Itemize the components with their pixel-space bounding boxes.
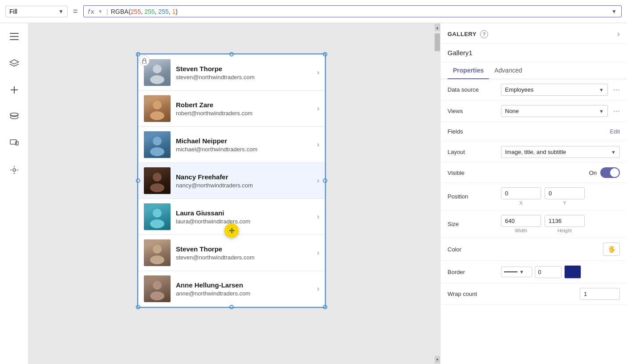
views-more[interactable]: ··· [613, 106, 620, 116]
color-label: Color [448, 246, 501, 253]
gallery-item[interactable]: Steven Thorpe steven@northwindtraders.co… [138, 235, 325, 271]
datasource-label: Data source [448, 86, 501, 93]
svg-point-28 [150, 291, 164, 300]
canvas-area[interactable]: ✛ Steven Thorpe steven@northwindtraders.… [28, 23, 435, 364]
item-chevron-7: › [317, 285, 319, 293]
gallery-item-selected[interactable]: Nancy Freehafer nancy@northwindtraders.c… [138, 163, 325, 199]
item-chevron-5: › [317, 213, 319, 221]
item-name-1: Steven Thorpe [176, 65, 312, 73]
border-value: ▼ [501, 265, 620, 279]
border-line-preview [504, 271, 517, 272]
panel-back-button[interactable]: › [617, 29, 620, 39]
wrapcount-input[interactable] [580, 288, 620, 300]
position-y-input[interactable] [545, 187, 585, 199]
item-name-7: Anne Hellung-Larsen [176, 281, 312, 289]
svg-point-15 [153, 65, 162, 73]
svg-marker-3 [10, 60, 19, 64]
item-email-3: michael@northwindtraders.com [176, 146, 312, 153]
size-width-label: Width [501, 228, 541, 233]
datasource-chevron: ▼ [599, 87, 604, 93]
sidebar-layers-icon[interactable] [6, 55, 22, 71]
sidebar-screen-icon[interactable] [6, 135, 22, 151]
item-info-6: Steven Thorpe steven@northwindtraders.co… [176, 245, 312, 261]
visible-toggle[interactable] [600, 167, 620, 178]
avatar-2 [144, 95, 171, 122]
position-x-input[interactable] [501, 187, 541, 199]
size-height-input[interactable] [545, 215, 585, 227]
color-swatch-container: 🖐 [603, 243, 620, 256]
gallery-item[interactable]: Michael Neipper michael@northwindtraders… [138, 127, 325, 163]
item-email-5: laura@northwindtraders.com [176, 218, 312, 225]
canvas-scrollbar[interactable]: ▲ ▼ [435, 23, 440, 364]
gallery-item[interactable]: Anne Hellung-Larsen anne@northwindtrader… [138, 271, 325, 307]
left-sidebar [0, 23, 28, 364]
size-height-label: Height [545, 228, 585, 233]
position-x-label: X [501, 200, 541, 206]
scroll-track[interactable] [435, 31, 440, 356]
datasource-selected: Employees [505, 86, 597, 93]
border-width-input[interactable] [535, 266, 562, 278]
item-info-1: Steven Thorpe steven@northwindtraders.co… [176, 65, 312, 81]
scroll-down-arrow[interactable]: ▼ [435, 356, 440, 363]
handle-top-right[interactable] [323, 52, 327, 57]
sidebar-add-icon[interactable] [6, 82, 22, 98]
svg-point-27 [153, 281, 162, 290]
handle-top-mid[interactable] [229, 52, 234, 57]
handle-mid-left[interactable] [136, 178, 140, 183]
svg-rect-1 [10, 36, 19, 37]
scroll-up-arrow[interactable]: ▲ [435, 24, 440, 31]
handle-bot-left[interactable] [136, 305, 140, 309]
prop-row-datasource: Data source Employees ▼ ··· [440, 79, 627, 101]
item-info-3: Michael Neipper michael@northwindtraders… [176, 137, 312, 153]
fill-dropdown[interactable]: Fill ▼ [5, 6, 68, 17]
datasource-dropdown[interactable]: Employees ▼ [501, 84, 608, 96]
svg-point-6 [10, 113, 18, 116]
prop-row-border: Border ▼ [440, 261, 627, 283]
sidebar-database-icon[interactable] [6, 109, 22, 125]
border-style-dropdown[interactable]: ▼ [501, 267, 532, 277]
size-width-input[interactable] [501, 215, 541, 227]
handle-bot-right[interactable] [323, 305, 327, 309]
item-info-2: Robert Zare robert@northwindtraders.com [176, 101, 312, 117]
position-y-label: Y [545, 200, 585, 206]
rgba-g: 255 [144, 8, 155, 15]
border-color-swatch[interactable] [564, 265, 581, 279]
sidebar-tools-icon[interactable] [6, 162, 22, 178]
equals-sign: = [71, 7, 80, 16]
item-chevron-3: › [317, 141, 319, 149]
svg-point-22 [150, 183, 164, 192]
tab-advanced[interactable]: Advanced [489, 62, 527, 79]
datasource-more[interactable]: ··· [613, 85, 620, 94]
tab-properties[interactable]: Properties [448, 62, 489, 79]
avatar-5 [144, 203, 171, 230]
item-name-2: Robert Zare [176, 101, 312, 109]
gallery-widget[interactable]: ✛ Steven Thorpe steven@northwindtraders.… [138, 54, 325, 307]
gallery-item[interactable]: Robert Zare robert@northwindtraders.com … [138, 91, 325, 127]
fields-edit-link[interactable]: Edit [610, 128, 620, 135]
color-swatch-button[interactable]: 🖐 [603, 243, 620, 256]
layout-dropdown[interactable]: Image, title, and subtitle ▼ [501, 146, 620, 158]
item-name-5: Laura Giussani [176, 209, 312, 217]
item-email-7: anne@northwindtraders.com [176, 290, 312, 297]
layout-selected: Image, title, and subtitle [505, 149, 609, 155]
rgba-b: 255 [158, 8, 168, 15]
layout-chevron: ▼ [611, 150, 616, 155]
handle-bot-mid[interactable] [229, 305, 234, 309]
gallery-item[interactable]: Steven Thorpe steven@northwindtraders.co… [138, 55, 325, 91]
panel-title: GALLERY [448, 31, 476, 37]
svg-point-19 [153, 137, 162, 146]
formula-bar[interactable]: fx ▼ | RGBA(255, 255, 255, 1) ▼ [83, 5, 622, 17]
handle-mid-right[interactable] [323, 178, 327, 183]
svg-point-9 [13, 169, 16, 171]
position-y-box: Y [545, 187, 585, 206]
scroll-thumb[interactable] [435, 33, 440, 51]
prop-row-views: Views None ▼ ··· [440, 101, 627, 122]
views-dropdown[interactable]: None ▼ [501, 105, 608, 117]
svg-rect-0 [10, 33, 19, 34]
layout-value: Image, title, and subtitle ▼ [501, 146, 620, 158]
panel-help-button[interactable]: ? [480, 30, 488, 38]
sidebar-menu-icon[interactable] [6, 28, 22, 44]
handle-top-left[interactable] [136, 52, 140, 57]
wrapcount-value [501, 288, 620, 300]
panel-tabs: Properties Advanced [440, 62, 627, 79]
